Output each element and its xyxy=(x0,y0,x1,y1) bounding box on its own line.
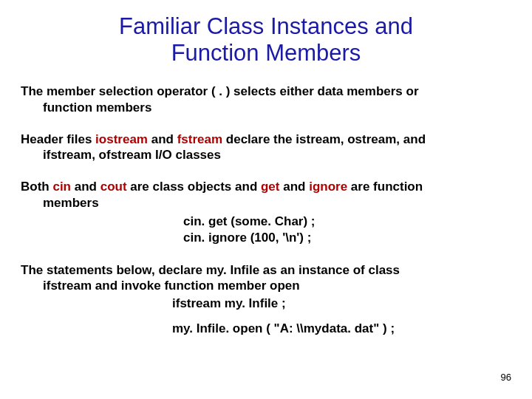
p3-ignore: ignore xyxy=(309,180,347,194)
code-line-1: cin. get (some. Char) ; xyxy=(183,214,511,230)
p3-1: Both xyxy=(21,180,52,194)
p2-iostream: iostream xyxy=(95,132,148,146)
code-line-3: ifstream my. Infile ; xyxy=(172,296,511,311)
p1-line-a: The member selection operator ( . ) sele… xyxy=(21,84,419,98)
code-line-4: my. Infile. open ( "A: \\mydata. dat" ) … xyxy=(172,321,511,336)
title-line-2: Function Members xyxy=(171,40,361,66)
p2-mid: and xyxy=(148,132,177,146)
slide: Familiar Class Instances and Function Me… xyxy=(0,0,532,399)
p2-post: declare the istream, ostream, and xyxy=(222,132,426,146)
slide-title: Familiar Class Instances and Function Me… xyxy=(21,13,511,66)
p4-line-a: The statements below, declare my. Infile… xyxy=(21,263,400,277)
p3-get: get xyxy=(261,180,280,194)
paragraph-2: Header files iostream and fstream declar… xyxy=(21,132,511,163)
page-number: 96 xyxy=(501,372,511,383)
p2-pre: Header files xyxy=(21,132,95,146)
p4-line-b: ifstream and invoke function member open xyxy=(43,278,511,293)
code-block-1: cin. get (some. Char) ; cin. ignore (100… xyxy=(183,214,511,246)
p3-3: are class objects and xyxy=(127,180,261,194)
paragraph-3: Both cin and cout are class objects and … xyxy=(21,179,511,211)
paragraph-1: The member selection operator ( . ) sele… xyxy=(21,83,511,115)
paragraph-4: The statements below, declare my. Infile… xyxy=(21,262,511,294)
code-line-2: cin. ignore (100, '\n') ; xyxy=(183,230,511,246)
p3-cout: cout xyxy=(100,180,127,194)
p1-line-b: function members xyxy=(43,100,511,115)
p3-2: and xyxy=(71,180,100,194)
p3-5: are function xyxy=(347,180,423,194)
p3-cin: cin xyxy=(52,180,71,194)
title-line-1: Familiar Class Instances and xyxy=(119,13,413,39)
p3-4: and xyxy=(279,180,309,194)
p2-line-b: ifstream, ofstream I/O classes xyxy=(43,147,511,163)
p2-fstream: fstream xyxy=(177,132,222,146)
p3-line-b: members xyxy=(43,195,511,211)
